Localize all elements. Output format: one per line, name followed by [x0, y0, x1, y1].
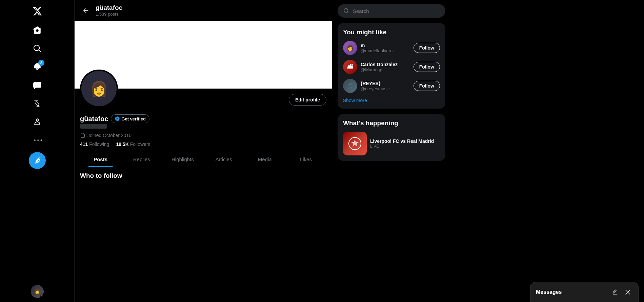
happening-image-1	[343, 132, 367, 155]
join-date-text: Joined October 2010	[87, 133, 132, 138]
suggestion-avatar-1: 👩	[343, 41, 357, 55]
search-bar[interactable]	[338, 4, 445, 18]
suggestion-item-2: 🏙 Carlos Gonzalez @Maracgp Follow	[343, 60, 440, 74]
handle-display	[80, 124, 107, 129]
messages-collapse-button[interactable]	[623, 287, 633, 297]
user-avatar-bottom[interactable]: 👩	[31, 285, 44, 298]
following-count[interactable]: 411 Following	[80, 141, 109, 147]
profile-tabs: Posts Replies Highlights Articles Media …	[80, 152, 326, 167]
suggestion-avatar-2: 🏙	[343, 60, 357, 74]
suggestion-info-3: {REYES} @creyesmusic	[361, 81, 410, 91]
suggestion-name-3: {REYES}	[361, 81, 410, 86]
edit-profile-button[interactable]: Edit profile	[289, 94, 326, 106]
sidebar-item-messages[interactable]	[29, 77, 46, 94]
get-verified-button[interactable]: Get verified	[111, 114, 149, 123]
notification-count: 2	[38, 60, 44, 66]
follow-button-2[interactable]: Follow	[414, 62, 440, 72]
profile-name-row: güatafoc Get verified	[80, 114, 326, 123]
suggestion-info-1: m @mariellaalvarez	[361, 43, 410, 53]
tab-likes[interactable]: Likes	[285, 152, 326, 167]
suggestion-info-2: Carlos Gonzalez @Maracgp	[361, 62, 410, 72]
messages-popup: Messages	[530, 282, 639, 302]
profile-header-info: güatafoc 1,589 posts	[96, 4, 122, 17]
who-to-follow-section: Who to follow	[75, 167, 332, 184]
follow-button-1[interactable]: Follow	[414, 43, 440, 53]
suggestion-handle-3: @creyesmusic	[361, 86, 410, 91]
happening-text-1: Liverpool FC vs Real Madrid LIVE	[370, 138, 434, 149]
messages-edit-button[interactable]	[610, 287, 620, 297]
twitter-x-logo[interactable]	[29, 3, 46, 20]
sidebar-item-more[interactable]	[29, 132, 46, 149]
follow-button-3[interactable]: Follow	[414, 81, 440, 91]
sidebar-item-grok[interactable]	[29, 95, 46, 112]
profile-info-section: Edit profile 👩 güatafoc Get verified Joi…	[75, 89, 332, 167]
right-sidebar: You might like 👩 m @mariellaalvarez Foll…	[332, 0, 451, 302]
suggestion-item-3: 🎵 {REYES} @creyesmusic Follow	[343, 79, 440, 93]
join-date: Joined October 2010	[80, 133, 326, 138]
whats-happening-card: What's happening Liverpool FC vs Real Ma…	[338, 114, 445, 161]
avatar-online-dot	[40, 295, 44, 298]
followers-text: Followers	[130, 141, 150, 147]
search-icon	[343, 8, 349, 14]
following-text: Following	[89, 141, 109, 147]
followers-count[interactable]: 19.5K Followers	[116, 141, 150, 147]
tab-replies[interactable]: Replies	[121, 152, 162, 167]
follow-counts: 411 Following 19.5K Followers	[80, 141, 326, 147]
tab-media[interactable]: Media	[244, 152, 285, 167]
back-button[interactable]	[80, 5, 92, 16]
happening-event-subtitle: LIVE	[370, 144, 434, 149]
suggestion-name-2: Carlos Gonzalez	[361, 62, 410, 67]
handle-bar	[80, 124, 326, 129]
sidebar-item-profile[interactable]	[29, 113, 46, 130]
happening-item-1[interactable]: Liverpool FC vs Real Madrid LIVE	[343, 132, 440, 155]
tab-posts[interactable]: Posts	[80, 152, 121, 167]
search-input[interactable]	[353, 8, 440, 14]
you-might-like-title: You might like	[343, 29, 440, 36]
followers-number: 19.5K	[116, 141, 128, 147]
happening-event-title: Liverpool FC vs Real Madrid	[370, 138, 434, 144]
tab-highlights[interactable]: Highlights	[162, 152, 203, 167]
you-might-like-card: You might like 👩 m @mariellaalvarez Foll…	[338, 23, 445, 109]
suggestion-handle-2: @Maracgp	[361, 67, 410, 72]
messages-popup-icons	[610, 287, 633, 297]
compose-button[interactable]	[29, 152, 46, 169]
left-sidebar: 2 👩	[0, 0, 75, 302]
main-content: güatafoc 1,589 posts Edit profile 👩 güat…	[75, 0, 332, 302]
svg-marker-1	[351, 139, 359, 147]
messages-popup-header: Messages	[530, 282, 638, 302]
who-to-follow-title: Who to follow	[80, 172, 326, 180]
sidebar-item-explore[interactable]	[29, 40, 46, 57]
profile-header-bar: güatafoc 1,589 posts	[75, 0, 332, 21]
suggestion-avatar-3: 🎵	[343, 79, 357, 93]
get-verified-label: Get verified	[121, 116, 146, 121]
sidebar-item-home[interactable]	[29, 22, 46, 39]
profile-header-posts: 1,589 posts	[96, 12, 122, 17]
messages-popup-title: Messages	[536, 289, 562, 295]
profile-display-name: güatafoc	[80, 115, 108, 123]
profile-header-name: güatafoc	[96, 4, 122, 12]
profile-avatar: 👩	[80, 70, 118, 108]
suggestion-item-1: 👩 m @mariellaalvarez Follow	[343, 41, 440, 55]
suggestion-name-1: m	[361, 43, 410, 48]
whats-happening-title: What's happening	[343, 119, 440, 127]
suggestion-handle-1: @mariellaalvarez	[361, 48, 410, 53]
following-number: 411	[80, 141, 88, 147]
tab-articles[interactable]: Articles	[203, 152, 244, 167]
show-more-link[interactable]: Show more	[343, 98, 440, 103]
sidebar-item-notifications[interactable]: 2	[29, 58, 46, 75]
